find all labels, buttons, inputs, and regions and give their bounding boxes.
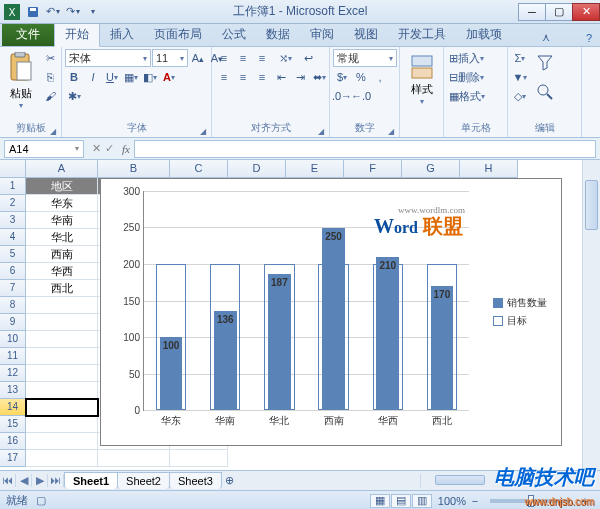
col-header-F[interactable]: F bbox=[344, 160, 402, 178]
tab-data[interactable]: 数据 bbox=[256, 23, 300, 46]
delete-cells-button[interactable]: ⊟ 删除▾ bbox=[447, 68, 507, 87]
align-bottom-icon[interactable]: ≡ bbox=[253, 49, 271, 67]
font-launcher-icon[interactable]: ◢ bbox=[200, 127, 206, 136]
sheet-nav-first-icon[interactable]: ⏮ bbox=[0, 474, 16, 487]
maximize-button[interactable]: ▢ bbox=[545, 3, 573, 21]
align-center-icon[interactable]: ≡ bbox=[234, 68, 252, 86]
row-header-17[interactable]: 17 bbox=[0, 450, 26, 467]
merge-button[interactable]: ⬌▾ bbox=[310, 68, 328, 86]
sheet-tab-3[interactable]: Sheet3 bbox=[169, 472, 222, 489]
phonetic-button[interactable]: ✱▾ bbox=[65, 87, 83, 105]
font-color-button[interactable]: A▾ bbox=[160, 68, 178, 86]
paste-button[interactable]: 粘贴 ▾ bbox=[3, 49, 39, 113]
percent-button[interactable]: % bbox=[352, 68, 370, 86]
hscroll-thumb[interactable] bbox=[435, 475, 485, 485]
row-header-16[interactable]: 16 bbox=[0, 433, 26, 450]
macro-record-icon[interactable]: ▢ bbox=[36, 494, 46, 507]
increase-decimal-icon[interactable]: .0→ bbox=[333, 87, 351, 105]
find-select-button[interactable] bbox=[531, 78, 559, 106]
col-header-G[interactable]: G bbox=[402, 160, 460, 178]
align-left-icon[interactable]: ≡ bbox=[215, 68, 233, 86]
vscroll-thumb[interactable] bbox=[585, 180, 598, 230]
cell-A2[interactable]: 华东 bbox=[26, 195, 98, 212]
sheet-nav-prev-icon[interactable]: ◀ bbox=[16, 474, 32, 487]
align-right-icon[interactable]: ≡ bbox=[253, 68, 271, 86]
wrap-text-button[interactable]: ↩ bbox=[299, 49, 317, 67]
format-cells-button[interactable]: ▦ 格式▾ bbox=[447, 87, 507, 106]
row-header-10[interactable]: 10 bbox=[0, 331, 26, 348]
tab-review[interactable]: 审阅 bbox=[300, 23, 344, 46]
row-header-2[interactable]: 2 bbox=[0, 195, 26, 212]
cell-A17[interactable] bbox=[26, 450, 98, 467]
align-middle-icon[interactable]: ≡ bbox=[234, 49, 252, 67]
row-header-7[interactable]: 7 bbox=[0, 280, 26, 297]
tab-developer[interactable]: 开发工具 bbox=[388, 23, 456, 46]
cell-A7[interactable]: 西北 bbox=[26, 280, 98, 297]
help-icon[interactable]: ? bbox=[580, 30, 598, 46]
select-all-corner[interactable] bbox=[0, 160, 26, 178]
sheet-nav-last-icon[interactable]: ⏭ bbox=[48, 474, 64, 487]
minimize-button[interactable]: ─ bbox=[518, 3, 546, 21]
tab-addins[interactable]: 加载项 bbox=[456, 23, 512, 46]
new-sheet-button[interactable]: ⊕ bbox=[221, 472, 239, 490]
row-header-6[interactable]: 6 bbox=[0, 263, 26, 280]
cancel-formula-icon[interactable]: ✕ bbox=[92, 142, 101, 155]
qat-customize-icon[interactable]: ▾ bbox=[84, 3, 102, 21]
insert-cells-button[interactable]: ⊞ 插入▾ bbox=[447, 49, 507, 68]
font-size-select[interactable]: 11▾ bbox=[152, 49, 188, 67]
autosum-button[interactable]: Σ▾ bbox=[511, 49, 529, 67]
col-header-A[interactable]: A bbox=[26, 160, 98, 178]
styles-button[interactable]: 样式▾ bbox=[403, 49, 440, 109]
col-header-E[interactable]: E bbox=[286, 160, 344, 178]
cell-A12[interactable] bbox=[26, 365, 98, 382]
underline-button[interactable]: U▾ bbox=[103, 68, 121, 86]
zoom-level-label[interactable]: 100% bbox=[438, 495, 466, 507]
row-header-12[interactable]: 12 bbox=[0, 365, 26, 382]
comma-button[interactable]: , bbox=[371, 68, 389, 86]
sheet-nav-next-icon[interactable]: ▶ bbox=[32, 474, 48, 487]
decrease-decimal-icon[interactable]: ←.0 bbox=[352, 87, 370, 105]
embedded-chart[interactable]: 050100150200250300100华东136华南187华北250西南21… bbox=[100, 178, 562, 446]
clear-button[interactable]: ◇▾ bbox=[511, 87, 529, 105]
ribbon-minimize-icon[interactable]: ⋏ bbox=[536, 29, 556, 46]
increase-font-icon[interactable]: A▴ bbox=[189, 49, 207, 67]
row-header-11[interactable]: 11 bbox=[0, 348, 26, 365]
cell-A3[interactable]: 华南 bbox=[26, 212, 98, 229]
cell-A16[interactable] bbox=[26, 433, 98, 450]
col-header-B[interactable]: B bbox=[98, 160, 170, 178]
align-top-icon[interactable]: ≡ bbox=[215, 49, 233, 67]
number-launcher-icon[interactable]: ◢ bbox=[388, 127, 394, 136]
orientation-button[interactable]: ⤭▾ bbox=[272, 49, 298, 67]
cell-A13[interactable] bbox=[26, 382, 98, 399]
row-header-5[interactable]: 5 bbox=[0, 246, 26, 263]
close-button[interactable]: ✕ bbox=[572, 3, 600, 21]
cell-A9[interactable] bbox=[26, 314, 98, 331]
tab-view[interactable]: 视图 bbox=[344, 23, 388, 46]
cell-B17[interactable] bbox=[98, 450, 170, 467]
tab-file[interactable]: 文件 bbox=[2, 23, 54, 46]
sheet-tab-1[interactable]: Sheet1 bbox=[64, 472, 118, 489]
copy-icon[interactable]: ⎘ bbox=[41, 68, 59, 86]
fx-icon[interactable]: fx bbox=[118, 143, 134, 155]
bold-button[interactable]: B bbox=[65, 68, 83, 86]
cell-A11[interactable] bbox=[26, 348, 98, 365]
tab-formulas[interactable]: 公式 bbox=[212, 23, 256, 46]
col-header-C[interactable]: C bbox=[170, 160, 228, 178]
cell-A14[interactable] bbox=[26, 399, 98, 416]
cell-A10[interactable] bbox=[26, 331, 98, 348]
fill-color-button[interactable]: ◧▾ bbox=[141, 68, 159, 86]
col-header-D[interactable]: D bbox=[228, 160, 286, 178]
cell-A8[interactable] bbox=[26, 297, 98, 314]
qat-redo-icon[interactable]: ↷▾ bbox=[64, 3, 82, 21]
format-painter-icon[interactable]: 🖌 bbox=[41, 87, 59, 105]
sort-filter-button[interactable] bbox=[531, 49, 559, 77]
increase-indent-icon[interactable]: ⇥ bbox=[291, 68, 309, 86]
clipboard-launcher-icon[interactable]: ◢ bbox=[50, 127, 56, 136]
col-header-H[interactable]: H bbox=[460, 160, 518, 178]
font-name-select[interactable]: 宋体▾ bbox=[65, 49, 151, 67]
vertical-scrollbar[interactable] bbox=[582, 160, 600, 470]
zoom-out-button[interactable]: − bbox=[466, 492, 484, 510]
row-header-13[interactable]: 13 bbox=[0, 382, 26, 399]
border-button[interactable]: ▦▾ bbox=[122, 68, 140, 86]
cell-C17[interactable] bbox=[170, 450, 228, 467]
